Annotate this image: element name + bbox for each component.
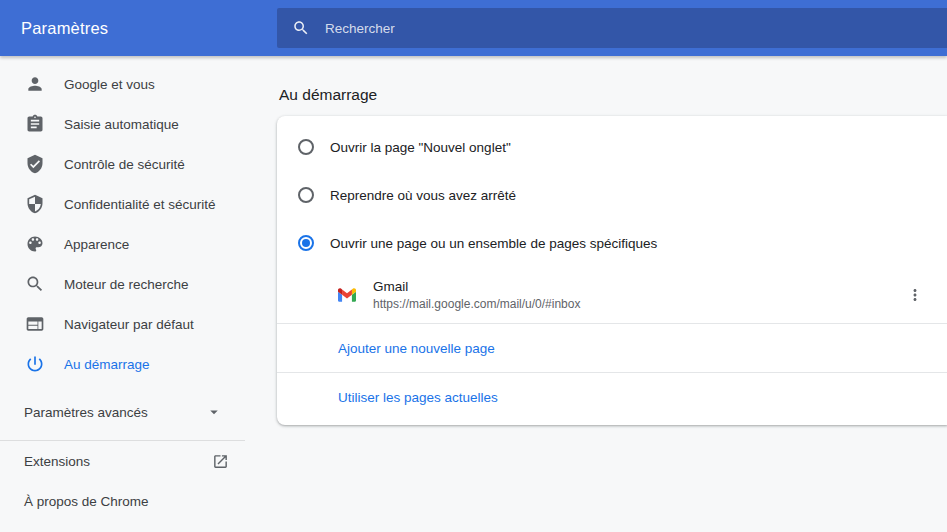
sidebar-item-a-propos-de-chrome[interactable]: À propos de Chrome — [0, 481, 245, 521]
startup-page-title: Gmail — [373, 279, 580, 294]
shield-half-icon — [25, 194, 45, 214]
sidebar-item-controle-de-securite[interactable]: Contrôle de sécurité — [0, 144, 245, 184]
sidebar-item-au-demarrage[interactable]: Au démarrage — [0, 344, 245, 384]
radio-option-continue[interactable]: Reprendre où vous avez arrêté — [277, 171, 947, 219]
radio-icon-selected[interactable] — [298, 235, 314, 251]
open-in-new-icon — [212, 453, 229, 470]
more-vert-icon — [906, 286, 924, 304]
search-icon — [292, 19, 310, 37]
radio-label: Ouvrir une page ou un ensemble de pages … — [330, 236, 657, 251]
chevron-down-icon — [205, 403, 223, 421]
radio-icon[interactable] — [298, 139, 314, 155]
shield-check-icon — [25, 154, 45, 174]
startup-page-info: Gmail https://mail.google.com/mail/u/0/#… — [373, 279, 580, 311]
person-icon — [25, 74, 45, 94]
extensions-label: Extensions — [24, 454, 90, 469]
settings-header: Paramètres — [0, 0, 947, 56]
power-icon — [25, 354, 45, 374]
gmail-icon — [338, 286, 356, 304]
sidebar-item-confidentialite-et-securite[interactable]: Confidentialité et sécurité — [0, 184, 245, 224]
startup-card: Ouvrir la page "Nouvel onglet" Reprendre… — [277, 116, 947, 425]
sidebar-item-parametres-avances[interactable]: Paramètres avancés — [0, 392, 245, 432]
sidebar-item-label: Moteur de recherche — [64, 277, 189, 292]
sidebar-item-label: Apparence — [64, 237, 129, 252]
sidebar-item-label: Google et vous — [64, 77, 155, 92]
search-input[interactable] — [323, 20, 935, 37]
page-title: Paramètres — [21, 19, 108, 38]
add-new-page-label: Ajouter une nouvelle page — [338, 341, 495, 356]
radio-label: Ouvrir la page "Nouvel onglet" — [330, 140, 511, 155]
sidebar-item-label: Navigateur par défaut — [64, 317, 194, 332]
startup-page-url: https://mail.google.com/mail/u/0/#inbox — [373, 297, 580, 311]
clipboard-icon — [25, 114, 45, 134]
radio-icon[interactable] — [298, 187, 314, 203]
radio-option-specific-pages[interactable]: Ouvrir une page ou un ensemble de pages … — [277, 219, 947, 267]
radio-option-new-tab[interactable]: Ouvrir la page "Nouvel onglet" — [277, 123, 947, 171]
sidebar-item-label: Contrôle de sécurité — [64, 157, 185, 172]
sidebar-item-label: Au démarrage — [64, 357, 150, 372]
sidebar-item-extensions[interactable]: Extensions — [0, 441, 245, 481]
use-current-pages-label: Utiliser les pages actuelles — [338, 390, 498, 405]
radio-label: Reprendre où vous avez arrêté — [330, 188, 516, 203]
search-icon — [25, 274, 45, 294]
sidebar-item-label: Confidentialité et sécurité — [64, 197, 216, 212]
startup-page-row-gmail: Gmail https://mail.google.com/mail/u/0/#… — [277, 267, 947, 324]
settings-sidebar: Google et vous Saisie automatique Contrô… — [0, 56, 245, 532]
sidebar-item-navigateur-par-defaut[interactable]: Navigateur par défaut — [0, 304, 245, 344]
section-title: Au démarrage — [277, 56, 947, 116]
browser-window-icon — [25, 314, 45, 334]
advanced-label: Paramètres avancés — [24, 405, 148, 420]
sidebar-item-label: Saisie automatique — [64, 117, 179, 132]
add-new-page-button[interactable]: Ajouter une nouvelle page — [277, 324, 947, 373]
use-current-pages-button[interactable]: Utiliser les pages actuelles — [277, 373, 947, 421]
main-content: Au démarrage Ouvrir la page "Nouvel ongl… — [277, 56, 947, 425]
sidebar-item-saisie-automatique[interactable]: Saisie automatique — [0, 104, 245, 144]
search-field[interactable] — [277, 8, 947, 48]
about-label: À propos de Chrome — [24, 494, 149, 509]
sidebar-item-google-et-vous[interactable]: Google et vous — [0, 64, 245, 104]
palette-icon — [25, 234, 45, 254]
sidebar-item-moteur-de-recherche[interactable]: Moteur de recherche — [0, 264, 245, 304]
sidebar-item-apparence[interactable]: Apparence — [0, 224, 245, 264]
more-options-button[interactable] — [897, 277, 933, 313]
